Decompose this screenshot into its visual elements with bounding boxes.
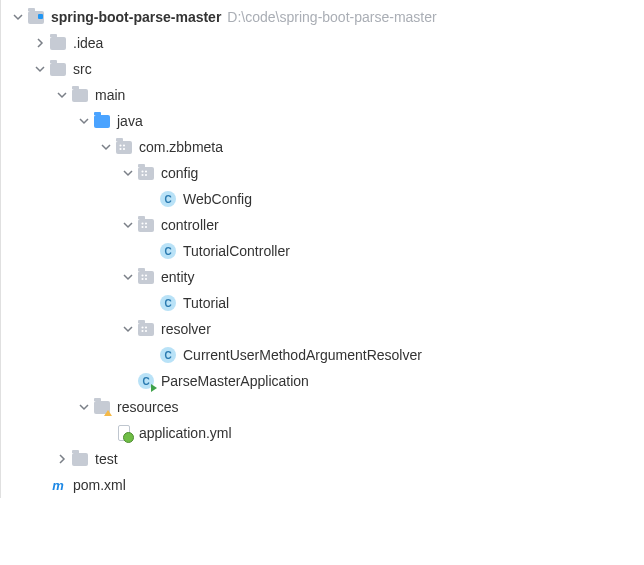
tree-row-entity[interactable]: entity [5,264,644,290]
node-label: java [117,113,143,129]
chevron-down-icon[interactable] [55,88,69,102]
package-icon [137,320,155,338]
tree-row-src[interactable]: src [5,56,644,82]
node-label: pom.xml [73,477,126,493]
folder-icon [49,60,67,78]
folder-icon [49,34,67,52]
tree-row-webconfig[interactable]: C WebConfig [5,186,644,212]
node-label: ParseMasterApplication [161,373,309,389]
java-class-icon: C [159,190,177,208]
chevron-down-icon[interactable] [121,166,135,180]
tree-row-tutorial[interactable]: C Tutorial [5,290,644,316]
tree-row-java[interactable]: java [5,108,644,134]
resources-folder-icon [93,398,111,416]
node-label: com.zbbmeta [139,139,223,155]
chevron-down-icon[interactable] [77,400,91,414]
folder-icon [71,450,89,468]
node-label: config [161,165,198,181]
module-folder-icon [27,8,45,26]
chevron-down-icon[interactable] [121,270,135,284]
node-label: resources [117,399,178,415]
folder-icon [71,86,89,104]
tree-row-config[interactable]: config [5,160,644,186]
package-icon [137,164,155,182]
node-label: main [95,87,125,103]
tree-row-project-root[interactable]: spring-boot-parse-master D:\code\spring-… [5,4,644,30]
tree-row-resources[interactable]: resources [5,394,644,420]
chevron-right-icon[interactable] [33,36,47,50]
node-label: .idea [73,35,103,51]
node-label: entity [161,269,194,285]
chevron-down-icon[interactable] [11,10,25,24]
tree-row-controller[interactable]: controller [5,212,644,238]
chevron-down-icon[interactable] [121,322,135,336]
tree-row-appyml[interactable]: application.yml [5,420,644,446]
node-label: Tutorial [183,295,229,311]
java-class-icon: C [159,346,177,364]
node-label: test [95,451,118,467]
node-label: TutorialController [183,243,290,259]
package-icon [115,138,133,156]
chevron-right-icon[interactable] [55,452,69,466]
node-label: application.yml [139,425,232,441]
tree-row-idea[interactable]: .idea [5,30,644,56]
java-class-icon: C [159,294,177,312]
chevron-down-icon[interactable] [121,218,135,232]
node-label: src [73,61,92,77]
tree-row-tutorialcontroller[interactable]: C TutorialController [5,238,644,264]
maven-file-icon: m [49,476,67,494]
node-label: WebConfig [183,191,252,207]
project-path: D:\code\spring-boot-parse-master [227,9,436,25]
tree-row-currentusermar[interactable]: C CurrentUserMethodArgumentResolver [5,342,644,368]
tree-row-package-root[interactable]: com.zbbmeta [5,134,644,160]
chevron-down-icon[interactable] [77,114,91,128]
java-runnable-class-icon: C [137,372,155,390]
package-icon [137,216,155,234]
yaml-file-icon [115,424,133,442]
source-folder-icon [93,112,111,130]
tree-row-main[interactable]: main [5,82,644,108]
node-label: CurrentUserMethodArgumentResolver [183,347,422,363]
project-tree[interactable]: spring-boot-parse-master D:\code\spring-… [0,0,644,498]
package-icon [137,268,155,286]
chevron-down-icon[interactable] [33,62,47,76]
java-class-icon: C [159,242,177,260]
node-label: resolver [161,321,211,337]
tree-row-application[interactable]: C ParseMasterApplication [5,368,644,394]
tree-row-test[interactable]: test [5,446,644,472]
tree-row-pom[interactable]: m pom.xml [5,472,644,498]
chevron-down-icon[interactable] [99,140,113,154]
node-label: controller [161,217,219,233]
tree-row-resolver[interactable]: resolver [5,316,644,342]
project-name: spring-boot-parse-master [51,9,221,25]
